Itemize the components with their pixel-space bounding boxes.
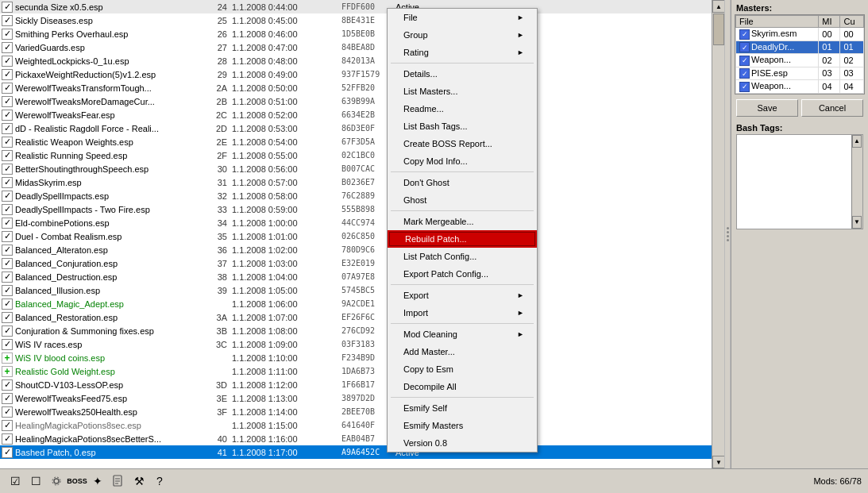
menu-item-list-bash-tags---[interactable]: List Bash Tags... bbox=[388, 117, 537, 135]
list-row[interactable]: ✓ Realistic Running Speed.esp 2F 1.1.200… bbox=[0, 148, 731, 162]
list-row[interactable]: ✓ Balanced_Restoration.esp 3A 1.1.2008 1… bbox=[0, 310, 731, 324]
masters-row[interactable]: ✓Weapon... 02 02 bbox=[736, 54, 864, 67]
bash-tags-scroll-up[interactable]: ▲ bbox=[852, 135, 862, 148]
row-checkbox[interactable]: ✓ bbox=[2, 177, 13, 188]
help-icon[interactable]: ? bbox=[151, 472, 168, 490]
uncheck-icon[interactable]: ☐ bbox=[27, 472, 44, 490]
menu-item-create-boss-report---[interactable]: Create BOSS Report... bbox=[388, 135, 537, 152]
menu-item-group[interactable]: Group► bbox=[388, 26, 537, 44]
star-icon[interactable]: ✦ bbox=[89, 472, 106, 490]
list-row[interactable]: ✓ WiS IV races.esp 3C 1.1.2008 1:09:00 0… bbox=[0, 337, 731, 351]
row-checkbox[interactable]: ✓ bbox=[2, 83, 13, 94]
list-row[interactable]: ✓ WerewolfTweaksTransformTough... 2A 1.1… bbox=[0, 81, 731, 94]
list-row[interactable]: ✓ Balanced_Conjuration.esp 37 1.1.2008 1… bbox=[0, 256, 731, 270]
bash-tags-area[interactable]: ▲ ▼ bbox=[736, 134, 863, 229]
list-row[interactable]: ✓ WerewolfTweaks250Health.esp 3F 1.1.200… bbox=[0, 405, 731, 418]
list-row[interactable]: ✓ WerewolfTweaksFeed75.esp 3E 1.1.2008 1… bbox=[0, 391, 731, 405]
row-checkbox[interactable]: ✓ bbox=[2, 218, 13, 229]
row-checkbox[interactable]: ✓ bbox=[2, 420, 13, 431]
row-checkbox[interactable]: ✓ bbox=[2, 29, 13, 40]
row-checkbox[interactable]: + bbox=[2, 366, 13, 377]
masters-checkbox[interactable]: ✓ bbox=[739, 42, 750, 52]
row-checkbox[interactable]: ✓ bbox=[2, 393, 13, 404]
list-row[interactable]: + Realistic Gold Weight.esp 1.1.2008 1:1… bbox=[0, 364, 731, 378]
row-checkbox[interactable]: ✓ bbox=[2, 56, 13, 67]
menu-item-list-patch-config---[interactable]: List Patch Config... bbox=[388, 248, 537, 265]
mod-list[interactable]: ✓ secunda Size x0.5.esp 24 1.1.2008 0:44… bbox=[0, 0, 731, 468]
settings-icon[interactable] bbox=[48, 472, 65, 490]
masters-checkbox[interactable]: ✓ bbox=[739, 29, 750, 40]
list-row[interactable]: + WiS IV blood coins.esp 1.1.2008 1:10:0… bbox=[0, 351, 731, 364]
masters-checkbox[interactable]: ✓ bbox=[739, 68, 750, 79]
menu-item-mark-mergeable---[interactable]: Mark Mergeable... bbox=[388, 213, 537, 230]
scroll-up-button[interactable]: ▲ bbox=[712, 0, 725, 13]
menu-item-readme---[interactable]: Readme... bbox=[388, 100, 537, 117]
row-checkbox[interactable]: ✓ bbox=[2, 285, 13, 296]
list-row[interactable]: ✓ WerewolfTweaksFear.esp 2C 1.1.2008 0:5… bbox=[0, 108, 731, 121]
row-checkbox[interactable]: ✓ bbox=[2, 42, 13, 53]
boss-icon[interactable]: BOSS bbox=[68, 472, 86, 490]
row-checkbox[interactable]: ✓ bbox=[2, 15, 13, 26]
row-checkbox[interactable]: ✓ bbox=[2, 433, 13, 445]
row-checkbox[interactable]: ✓ bbox=[2, 379, 13, 391]
menu-item-rebuild-patch---[interactable]: Rebuild Patch... bbox=[388, 230, 537, 248]
masters-checkbox[interactable]: ✓ bbox=[739, 82, 750, 92]
list-row[interactable]: ✓ HealingMagickaPotions8sec.esp 1.1.2008… bbox=[0, 418, 731, 432]
list-row[interactable]: ✓ Duel - Combat Realism.esp 35 1.1.2008 … bbox=[0, 229, 731, 243]
hammer-icon[interactable]: ⚒ bbox=[130, 472, 148, 490]
row-checkbox[interactable]: ✓ bbox=[2, 110, 13, 121]
bash-tags-scrollbar[interactable]: ▲ ▼ bbox=[851, 135, 862, 229]
list-row[interactable]: ✓ DeadlySpellImpacts.esp 32 1.1.2008 0:5… bbox=[0, 189, 731, 202]
list-row[interactable]: ✓ ShoutCD-V103-LessOP.esp 3D 1.1.2008 1:… bbox=[0, 378, 731, 391]
menu-item-ghost[interactable]: Ghost bbox=[388, 191, 537, 209]
scroll-thumb[interactable] bbox=[713, 13, 724, 45]
row-checkbox[interactable]: ✓ bbox=[2, 150, 13, 161]
list-row[interactable]: ✓ DeadlySpellImpacts - Two Fire.esp 33 1… bbox=[0, 202, 731, 216]
list-row[interactable]: ✓ Smithing Perks Overhaul.esp 26 1.1.200… bbox=[0, 27, 731, 40]
masters-row[interactable]: ✓Weapon... 04 04 bbox=[736, 80, 864, 94]
menu-item-esmify-self[interactable]: Esmify Self bbox=[388, 399, 537, 417]
list-row[interactable]: ✓ BetterShoutingthroughSpeech.esp 30 1.1… bbox=[0, 162, 731, 175]
list-row[interactable]: ✓ MidasSkyrim.esp 31 1.1.2008 0:57:00 B0… bbox=[0, 175, 731, 189]
save-button[interactable]: Save bbox=[736, 99, 798, 117]
menu-item-esmify-masters[interactable]: Esmify Masters bbox=[388, 417, 537, 434]
row-checkbox[interactable]: ✓ bbox=[2, 339, 13, 350]
list-row[interactable]: ✓ dD - Realistic Ragdoll Force - Reali..… bbox=[0, 121, 731, 135]
list-row[interactable]: ✓ Eld-combinePotions.esp 34 1.1.2008 1:0… bbox=[0, 216, 731, 229]
row-checkbox[interactable]: ✓ bbox=[2, 204, 13, 215]
list-row[interactable]: ✓ Conjuration & Summoning fixes.esp 3B 1… bbox=[0, 324, 731, 337]
list-row[interactable]: ✓ Balanced_Illusion.esp 39 1.1.2008 1:05… bbox=[0, 283, 731, 297]
row-checkbox[interactable]: ✓ bbox=[2, 298, 13, 310]
scroll-down-button[interactable]: ▼ bbox=[712, 456, 725, 468]
menu-item-copy-mod-info---[interactable]: Copy Mod Info... bbox=[388, 152, 537, 170]
resize-handle[interactable] bbox=[724, 0, 731, 468]
menu-item-import[interactable]: Import► bbox=[388, 304, 537, 322]
row-checkbox[interactable]: ✓ bbox=[2, 2, 13, 13]
row-checkbox[interactable]: ✓ bbox=[2, 406, 13, 418]
list-row[interactable]: ✓ VariedGuards.esp 27 1.1.2008 0:47:00 8… bbox=[0, 40, 731, 54]
menu-item-file[interactable]: File► bbox=[388, 9, 537, 26]
row-checkbox[interactable]: ✓ bbox=[2, 231, 13, 242]
menu-item-list-masters---[interactable]: List Masters... bbox=[388, 83, 537, 100]
list-row[interactable]: ✓ WerewolfTweaksMoreDamageCur... 2B 1.1.… bbox=[0, 94, 731, 108]
list-row[interactable]: ✓ Balanced_Destruction.esp 38 1.1.2008 1… bbox=[0, 270, 731, 283]
row-checkbox[interactable]: ✓ bbox=[2, 123, 13, 134]
menu-item-mod-cleaning[interactable]: Mod Cleaning► bbox=[388, 325, 537, 343]
row-checkbox[interactable]: ✓ bbox=[2, 96, 13, 107]
row-checkbox[interactable]: ✓ bbox=[2, 164, 13, 175]
list-row[interactable]: ✓ secunda Size x0.5.esp 24 1.1.2008 0:44… bbox=[0, 0, 731, 13]
menu-item-details---[interactable]: Details... bbox=[388, 65, 537, 83]
list-row[interactable]: ✓ Balanced_Alteraton.esp 36 1.1.2008 1:0… bbox=[0, 243, 731, 256]
row-checkbox[interactable]: ✓ bbox=[2, 137, 13, 148]
row-checkbox[interactable]: ✓ bbox=[2, 258, 13, 269]
list-row[interactable]: ✓ HealingMagickaPotions8secBetterS... 40… bbox=[0, 432, 731, 445]
menu-item-add-master---[interactable]: Add Master... bbox=[388, 343, 537, 360]
masters-checkbox[interactable]: ✓ bbox=[739, 56, 750, 66]
menu-item-export-patch-config---[interactable]: Export Patch Config... bbox=[388, 265, 537, 283]
menu-item-decompile-all[interactable]: Decompile All bbox=[388, 378, 537, 395]
list-row[interactable]: ✓ PickaxeWeightReduction(5)v1.2.esp 29 1… bbox=[0, 67, 731, 81]
row-checkbox[interactable]: + bbox=[2, 352, 13, 364]
menu-item-export[interactable]: Export► bbox=[388, 287, 537, 304]
masters-row[interactable]: ✓Skyrim.esm 00 00 bbox=[736, 28, 864, 41]
cancel-button[interactable]: Cancel bbox=[801, 99, 863, 117]
